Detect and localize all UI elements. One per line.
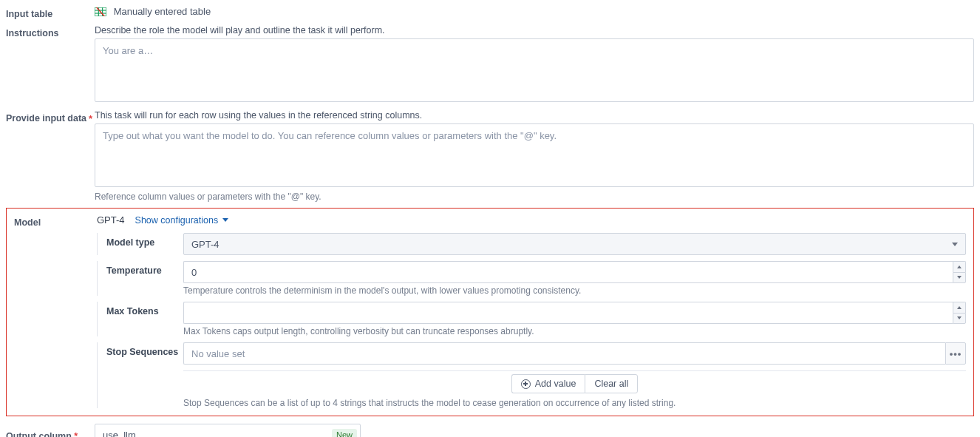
new-badge: New (332, 429, 357, 437)
input-data-helper: Reference column values or parameters wi… (95, 192, 974, 202)
chevron-down-icon (952, 243, 958, 246)
row-input-data: Provide input data * This task will run … (6, 110, 974, 202)
temperature-input[interactable]: 0 (183, 261, 953, 283)
max-tokens-step-down[interactable] (953, 313, 966, 325)
output-column-input[interactable] (103, 430, 332, 438)
chevron-up-icon (957, 306, 962, 309)
input-table-value-wrap: Manually entered table (95, 6, 974, 18)
temperature-step-up[interactable] (953, 261, 966, 272)
stop-sequences-input[interactable]: No value set (183, 342, 945, 365)
max-tokens-helper: Max Tokens caps output length, controlli… (183, 326, 966, 336)
table-icon (95, 7, 106, 18)
show-config-label: Show configurations (135, 215, 219, 226)
max-tokens-step-up[interactable] (953, 302, 966, 313)
model-type-value: GPT-4 (191, 239, 220, 250)
stop-sequences-helper: Stop Sequences can be a list of up to 4 … (183, 398, 966, 408)
stop-seq-actions: Add value Clear all (511, 374, 638, 393)
input-data-description: This task will run for each row using th… (95, 110, 974, 121)
model-name: GPT-4 (97, 214, 125, 226)
chevron-down-icon (957, 276, 962, 279)
label-model-type: Model type (106, 233, 183, 248)
label-max-tokens: Max Tokens (106, 302, 183, 316)
chevron-down-icon (957, 316, 962, 319)
stop-sequences-more-button[interactable]: ••• (945, 342, 966, 365)
temperature-helper: Temperature controls the determinism in … (183, 285, 966, 296)
config-row-temperature: Temperature 0 Temperature controls the d… (97, 261, 966, 296)
caret-down-icon (222, 218, 228, 222)
config-row-max-tokens: Max Tokens Max Tokens caps output length… (97, 302, 966, 336)
row-output-column: Output column * New (6, 424, 974, 437)
label-input-table: Input table (6, 6, 89, 19)
plus-circle-icon (521, 379, 531, 389)
label-instructions: Instructions (6, 25, 89, 38)
config-row-model-type: Model type GPT-4 (97, 233, 966, 255)
input-data-textarea[interactable] (95, 123, 974, 187)
row-instructions: Instructions Describe the role the model… (6, 25, 974, 104)
output-column-field[interactable]: New (95, 424, 361, 437)
svg-line-5 (96, 7, 105, 16)
input-table-value: Manually entered table (114, 6, 211, 17)
row-input-table: Input table Manually entered table (6, 6, 974, 19)
model-type-select[interactable]: GPT-4 (183, 233, 966, 255)
model-section: Model GPT-4 Show configurations Model ty… (6, 208, 974, 416)
add-value-button[interactable]: Add value (511, 374, 585, 393)
temperature-step-down[interactable] (953, 272, 966, 284)
ellipsis-icon: ••• (950, 348, 962, 359)
config-row-stop-sequences: Stop Sequences No value set ••• (97, 342, 966, 408)
label-temperature: Temperature (106, 261, 183, 276)
required-mark: * (89, 113, 92, 124)
instructions-textarea[interactable] (95, 38, 974, 102)
label-output-column: Output column (6, 431, 72, 437)
instructions-description: Describe the role the model will play an… (95, 25, 974, 35)
show-configurations-link[interactable]: Show configurations (135, 215, 229, 226)
label-input-data: Provide input data (6, 110, 89, 123)
label-model: Model (14, 214, 91, 228)
max-tokens-input[interactable] (183, 302, 953, 324)
label-stop-sequences: Stop Sequences (106, 342, 183, 357)
required-mark: * (74, 431, 78, 437)
chevron-up-icon (957, 265, 962, 268)
clear-all-button[interactable]: Clear all (585, 374, 638, 393)
